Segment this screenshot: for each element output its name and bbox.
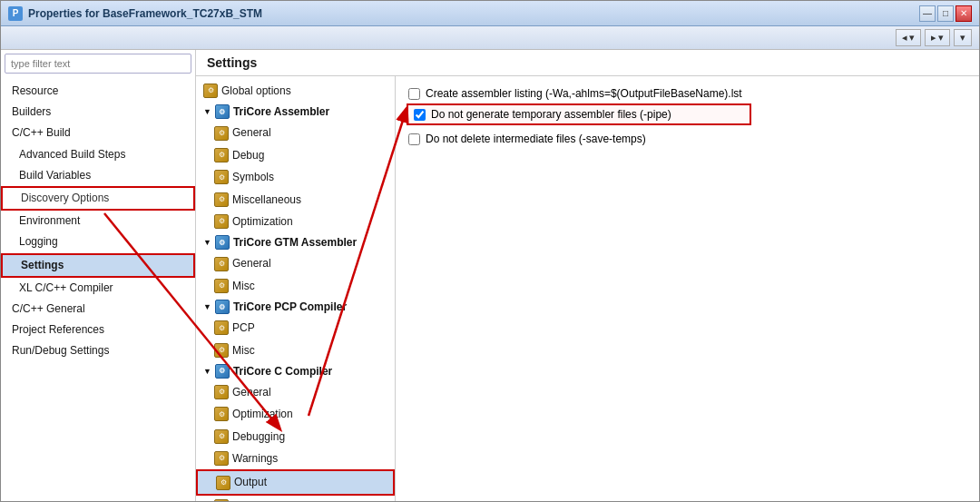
left-tree: Resource Builders C/C++ Build Advanced B… [1,77,195,501]
pcp-pcp-label: PCP [232,319,255,337]
nav-menu-button[interactable]: ▾ [954,29,972,46]
window-icon: P [8,6,23,21]
nav-logging[interactable]: Logging [1,231,195,252]
checkbox-create-listing-label: Create assembler listing (-Wa,-ahlms=$(O… [426,87,742,100]
ta-symbols-label: Symbols [232,168,274,186]
top-toolbar: ◂ ▾ ▸ ▾ ▾ [1,26,979,50]
checkbox-create-listing-input[interactable] [408,88,420,100]
tc-arrow: ▼ [203,367,211,376]
tc-general-label: General [232,383,271,401]
nav-cpp-general[interactable]: C/C++ General [1,299,195,320]
settings-tree: ⚙ Global options ▼ ⚙ TriCore Assembler ⚙… [196,76,396,501]
nav-advanced-build[interactable]: Advanced Build Steps [1,144,195,165]
pcp-misc-icon: ⚙ [214,343,229,358]
nav-back-button[interactable]: ◂ ▾ [896,29,921,46]
nav-forward-button[interactable]: ▸ ▾ [925,29,950,46]
settings-header: Settings [196,50,979,76]
settings-tricore-c[interactable]: ▼ ⚙ TriCore C Compiler [196,361,395,381]
nav-back-icon: ◂ [902,32,907,44]
checkbox-create-listing: Create assembler listing (-Wa,-ahlms=$(O… [407,84,968,103]
tc-output-icon: ⚙ [216,476,230,490]
main-window: P Properties for BaseFramework_TC27xB_ST… [0,0,980,502]
gtm-misc-icon: ⚙ [214,279,229,293]
gtm-general-label: General [232,254,271,272]
title-bar-left: P Properties for BaseFramework_TC27xB_ST… [8,6,262,21]
ta-general-label: General [232,123,271,142]
nav-dropdown2-icon: ▾ [938,32,944,44]
nav-resource[interactable]: Resource [1,81,195,102]
maximize-button[interactable]: □ [937,5,954,22]
nav-forward-icon: ▸ [931,32,936,44]
nav-settings[interactable]: Settings [1,253,195,278]
settings-content: Create assembler listing (-Wa,-ahlms=$(O… [396,76,979,501]
settings-ta-misc[interactable]: ⚙ Miscellaneous [196,189,395,211]
nav-environment[interactable]: Environment [1,211,195,231]
checkbox-no-temp-files-input[interactable] [414,109,426,121]
checkbox-no-temp-files-label: Do not generate temporary assembler file… [431,108,671,121]
settings-tc-warn[interactable]: ⚙ Warnings [196,448,395,469]
settings-tc-opt[interactable]: ⚙ Optimization [196,403,395,425]
ta-misc-label: Miscellaneous [232,191,301,209]
ta-misc-icon: ⚙ [214,192,229,207]
nav-xl-compiler[interactable]: XL C/C++ Compiler [1,278,195,299]
right-panel: Settings ⚙ Global options ▼ ⚙ TriCore As… [196,50,979,501]
nav-dropdown-icon: ▾ [909,32,915,44]
left-panel: Resource Builders C/C++ Build Advanced B… [1,50,196,501]
tc-warn-label: Warnings [232,449,278,468]
ta-opt-icon: ⚙ [214,214,229,229]
settings-tc-symbols[interactable]: ⚙ Symbols [196,496,395,501]
settings-global-options[interactable]: ⚙ Global options [196,80,395,102]
close-button[interactable]: ✕ [956,5,972,22]
main-content: Resource Builders C/C++ Build Advanced B… [1,50,979,501]
nav-discovery-options[interactable]: Discovery Options [1,186,195,211]
nav-menu-icon: ▾ [960,32,965,44]
tricore-c-icon: ⚙ [215,364,230,379]
settings-tricore-pcp[interactable]: ▼ ⚙ TriCore PCP Compiler [196,297,395,317]
nav-run-debug[interactable]: Run/Debug Settings [1,340,195,361]
pcp-arrow: ▼ [203,302,211,311]
title-buttons: — □ ✕ [919,5,972,22]
nav-builders[interactable]: Builders [1,102,195,123]
tc-symbols-icon: ⚙ [214,499,229,501]
settings-tc-debug[interactable]: ⚙ Debugging [196,426,395,448]
minimize-button[interactable]: — [919,5,936,22]
tricore-pcp-icon: ⚙ [215,300,230,314]
nav-build-variables[interactable]: Build Variables [1,165,195,186]
tricore-gtm-label: TriCore GTM Assembler [233,236,357,249]
settings-tricore-assembler[interactable]: ▼ ⚙ TriCore Assembler [196,102,395,122]
tc-opt-icon: ⚙ [214,407,229,421]
settings-ta-general[interactable]: ⚙ General [196,122,395,143]
gtm-general-icon: ⚙ [214,257,229,271]
settings-tricore-gtm[interactable]: ▼ ⚙ TriCore GTM Assembler [196,232,395,252]
pcp-misc-label: Misc [232,341,255,359]
settings-gtm-general[interactable]: ⚙ General [196,252,395,274]
checkbox-no-delete-files-input[interactable] [408,133,420,145]
settings-gtm-misc[interactable]: ⚙ Misc [196,275,395,297]
checkbox-no-delete-files-label: Do not delete intermediate files (-save-… [426,133,646,145]
settings-pcp-pcp[interactable]: ⚙ PCP [196,317,395,339]
nav-project-references[interactable]: Project References [1,320,195,340]
gtm-arrow: ▼ [203,238,211,247]
tc-general-icon: ⚙ [214,385,229,399]
settings-ta-debug[interactable]: ⚙ Debug [196,144,395,166]
settings-tc-general[interactable]: ⚙ General [196,381,395,403]
tc-warn-icon: ⚙ [214,451,229,466]
tricore-pcp-label: TriCore PCP Compiler [233,300,347,313]
ta-debug-icon: ⚙ [214,148,229,162]
settings-ta-opt[interactable]: ⚙ Optimization [196,211,395,232]
tricore-assembler-label: TriCore Assembler [233,105,329,118]
checkbox-no-temp-files: Do not generate temporary assembler file… [407,103,751,125]
tc-output-label: Output [234,473,267,491]
settings-tc-output[interactable]: ⚙ Output [196,469,395,495]
settings-pcp-misc[interactable]: ⚙ Misc [196,340,395,361]
tricore-gtm-icon: ⚙ [215,235,230,250]
ta-debug-label: Debug [232,146,264,164]
filter-input[interactable] [5,54,191,74]
nav-cpp-build[interactable]: C/C++ Build [1,123,195,143]
ta-general-icon: ⚙ [214,126,229,141]
gtm-misc-label: Misc [232,277,255,295]
ta-opt-label: Optimization [232,212,293,231]
window-title: Properties for BaseFramework_TC27xB_STM [28,7,262,20]
title-bar: P Properties for BaseFramework_TC27xB_ST… [1,1,979,26]
settings-ta-symbols[interactable]: ⚙ Symbols [196,166,395,188]
